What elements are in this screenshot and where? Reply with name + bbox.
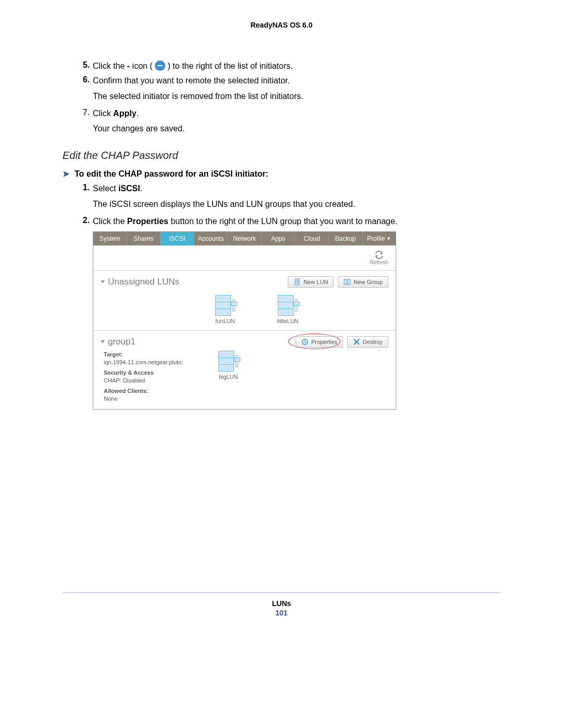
text: icon ( <box>130 61 155 70</box>
properties-label: Properties <box>127 217 168 226</box>
svg-marker-1 <box>376 255 378 257</box>
target-value: iqn.1994-11.com.netgear:pluto: <box>104 359 213 366</box>
destroy-icon <box>353 338 360 346</box>
nav-profile[interactable]: Profile▼ <box>363 232 396 245</box>
section-title-label: Unassigned LUNs <box>108 277 179 287</box>
refresh-icon <box>374 251 384 259</box>
procedure-heading: ➤ To edit the CHAP password for an iSCSI… <box>63 169 500 179</box>
group-icon <box>344 278 351 286</box>
properties-button[interactable]: Properties <box>296 336 343 348</box>
refresh-label: Refresh <box>370 260 388 265</box>
text: Click the <box>93 217 127 226</box>
step-text: Click Apply. <box>93 108 500 119</box>
lun-icon <box>293 278 301 286</box>
step-text: Click the Properties button to the right… <box>93 216 500 227</box>
svg-marker-0 <box>380 252 382 255</box>
step-text: Click the - icon ( ) to the right of the… <box>93 60 500 72</box>
apply-label: Apply <box>113 109 136 118</box>
toolbar: Refresh <box>93 245 396 271</box>
group-meta: Target: iqn.1994-11.com.netgear:pluto: S… <box>101 351 213 403</box>
collapse-icon <box>101 340 105 343</box>
step-number: 5. <box>78 60 90 72</box>
button-label: Properties <box>311 339 337 345</box>
nav-network[interactable]: Network <box>228 232 262 245</box>
arrow-icon: ➤ <box>63 169 69 179</box>
collapse-icon <box>101 280 105 283</box>
procedure-title: To edit the CHAP password for an iSCSI i… <box>75 169 268 179</box>
lun-slider-icon <box>235 355 238 367</box>
new-lun-button[interactable]: New LUN <box>288 276 334 288</box>
step-1: 1. Select iSCSI. <box>63 183 500 194</box>
text: Click the <box>93 61 127 70</box>
step-number: 1. <box>78 183 90 194</box>
nav-iscsi[interactable]: iSCSI <box>161 232 194 245</box>
minus-icon <box>155 60 165 71</box>
lun-label: funLUN <box>215 318 235 324</box>
text: button to the right of the LUN group tha… <box>168 217 397 226</box>
step-7: 7. Click Apply. <box>63 108 500 119</box>
lun-label: bigLUN <box>219 374 238 380</box>
button-label: Destroy <box>363 339 383 345</box>
step-5: 5. Click the - icon ( ) to the right of … <box>63 60 500 72</box>
security-value: CHAP: Disabled <box>104 377 213 385</box>
text: . <box>137 109 139 118</box>
nav-profile-label: Profile <box>367 235 385 242</box>
page-footer: LUNs 101 <box>63 599 500 617</box>
svg-rect-5 <box>344 279 347 285</box>
step-number: 6. <box>78 75 90 87</box>
page-number: 101 <box>63 609 500 617</box>
lun-icon <box>215 295 231 316</box>
nav-apps[interactable]: Apps <box>262 232 296 245</box>
footer-divider <box>63 592 500 593</box>
svg-rect-2 <box>295 279 299 285</box>
text: Select <box>93 184 118 193</box>
button-label: New Group <box>353 279 383 285</box>
step-number: 7. <box>78 108 90 119</box>
chevron-down-icon: ▼ <box>386 236 391 241</box>
section-group1: group1 Properties Destroy <box>93 331 396 409</box>
step-number: 2. <box>78 216 90 227</box>
step-1-body: The iSCSI screen displays the LUNs and L… <box>63 198 500 211</box>
lun-slider-icon <box>232 299 235 312</box>
nav-accounts[interactable]: Accounts <box>194 232 228 245</box>
lun-label: littleLUN <box>277 318 299 324</box>
subheading-edit-chap: Edit the CHAP Password <box>63 150 500 162</box>
svg-point-8 <box>304 341 306 343</box>
security-label: Security & Access <box>104 369 154 376</box>
page-header: ReadyNAS OS 6.0 <box>63 21 500 29</box>
svg-rect-6 <box>348 279 350 285</box>
nav-system[interactable]: System <box>93 232 127 245</box>
target-label: Target: <box>104 351 123 357</box>
step-2: 2. Click the Properties button to the ri… <box>63 216 500 227</box>
text: Click <box>93 109 113 118</box>
step-7-body: Your changes are saved. <box>63 122 500 135</box>
step-6-body: The selected initiator is removed from t… <box>63 90 500 103</box>
gear-icon <box>301 338 309 346</box>
new-group-button[interactable]: New Group <box>338 276 388 288</box>
nav-cloud[interactable]: Cloud <box>295 232 329 245</box>
step-text: Confirm that you want to remote the sele… <box>93 75 500 87</box>
screenshot-panel: System Shares iSCSI Accounts Network App… <box>93 231 396 410</box>
section-title[interactable]: Unassigned LUNs <box>101 277 179 287</box>
destroy-button[interactable]: Destroy <box>347 336 388 348</box>
lun-icon <box>218 351 234 372</box>
lun-item[interactable]: funLUN <box>215 295 235 324</box>
refresh-button[interactable]: Refresh <box>370 251 388 265</box>
step-text: Select iSCSI. <box>93 183 500 194</box>
lun-item[interactable]: littleLUN <box>277 295 299 324</box>
allowed-value: None <box>104 395 213 403</box>
button-label: New LUN <box>303 279 328 285</box>
section-title[interactable]: group1 <box>101 337 136 347</box>
text: ) to the right of the list of initiators… <box>165 61 293 70</box>
footer-label: LUNs <box>63 599 500 608</box>
lun-icon <box>278 295 293 316</box>
text: . <box>140 184 142 193</box>
section-title-label: group1 <box>108 337 136 347</box>
nav-backup[interactable]: Backup <box>329 232 363 245</box>
top-nav: System Shares iSCSI Accounts Network App… <box>93 232 396 245</box>
iscsi-label: iSCSI <box>118 184 140 193</box>
lun-item[interactable]: bigLUN <box>218 351 238 403</box>
step-6: 6. Confirm that you want to remote the s… <box>63 75 500 87</box>
nav-shares[interactable]: Shares <box>127 232 161 245</box>
lun-slider-icon <box>295 299 298 312</box>
